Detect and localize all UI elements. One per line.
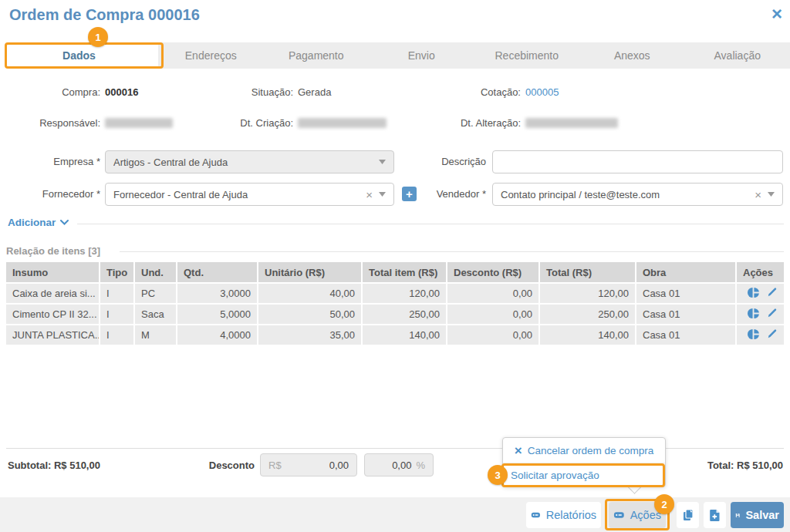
cell-tipo: I bbox=[100, 325, 135, 345]
edit-pencil-icon[interactable] bbox=[767, 287, 778, 300]
fornecedor-select-value: Fornecedor - Central de Ajuda bbox=[113, 189, 366, 200]
items-table: Insumo Tipo Und. Qtd. Unitário (R$) Tota… bbox=[6, 261, 784, 346]
menu-item-label: Solicitar aprovação bbox=[511, 470, 599, 481]
cancel-x-icon: × bbox=[515, 444, 522, 457]
menu-item-label: Cancelar ordem de compra bbox=[528, 445, 654, 456]
col-tipo: Tipo bbox=[100, 262, 135, 282]
tag-icon bbox=[531, 509, 541, 521]
tab-dados[interactable]: Dados bbox=[0, 42, 158, 69]
annotation-badge-step2: 2 bbox=[654, 494, 674, 514]
tab-envio[interactable]: Envio bbox=[369, 42, 474, 69]
cell-unitario: 40,00 bbox=[258, 284, 363, 303]
table-row: JUNTA PLASTICA... I M 4,0000 35,00 140,0… bbox=[6, 325, 784, 345]
desconto-percent-value: 0,00 bbox=[373, 460, 411, 471]
tag-icon bbox=[613, 509, 625, 521]
currency-prefix: R$ bbox=[268, 460, 282, 471]
apportionment-pie-icon[interactable] bbox=[748, 308, 759, 322]
add-supplier-button[interactable]: + bbox=[402, 187, 417, 201]
cell-insumo: Caixa de areia si... bbox=[6, 284, 100, 303]
empresa-select[interactable]: Artigos - Central de Ajuda bbox=[105, 150, 394, 173]
col-desconto: Desconto (R$) bbox=[447, 262, 540, 282]
cell-desconto: 0,00 bbox=[447, 284, 540, 303]
col-insumo: Insumo bbox=[6, 262, 100, 282]
close-icon[interactable]: × bbox=[771, 5, 782, 23]
menu-item-solicitar-aprovacao[interactable]: Solicitar aprovação bbox=[503, 463, 665, 487]
relatorios-button[interactable]: Relatórios bbox=[526, 502, 601, 528]
tab-anexos[interactable]: Anexos bbox=[579, 42, 685, 69]
dt-alteracao-value-redacted bbox=[525, 118, 618, 128]
actions-popup-menu: × Cancelar ordem de compra Solicitar apr… bbox=[502, 437, 666, 487]
apportionment-pie-icon[interactable] bbox=[748, 287, 759, 301]
desconto-label: Desconto bbox=[177, 460, 255, 471]
desconto-value: 0,00 bbox=[282, 460, 349, 471]
edit-pencil-icon[interactable] bbox=[767, 308, 778, 321]
cell-und: M bbox=[135, 325, 177, 345]
tab-enderecos[interactable]: Endereços bbox=[158, 42, 264, 69]
relatorios-label: Relatórios bbox=[546, 509, 596, 521]
empresa-select-value: Artigos - Central de Ajuda bbox=[113, 157, 379, 168]
cell-und: PC bbox=[135, 284, 177, 303]
tab-pagamento[interactable]: Pagamento bbox=[264, 42, 370, 69]
table-row: Cimento CP II 32... I Saca 5,0000 50,00 … bbox=[6, 305, 784, 324]
compra-value: 000016 bbox=[105, 86, 138, 98]
chevron-down-icon bbox=[379, 160, 386, 164]
subtotal-label: Subtotal: bbox=[8, 460, 51, 471]
edit-pencil-icon[interactable] bbox=[767, 328, 778, 342]
cell-total: 120,00 bbox=[540, 284, 636, 303]
divider bbox=[120, 251, 784, 252]
total: Total: R$ 510,00 bbox=[707, 460, 783, 471]
menu-item-cancelar-ordem[interactable]: × Cancelar ordem de compra bbox=[503, 438, 665, 463]
clear-icon[interactable]: × bbox=[755, 188, 761, 201]
divider bbox=[6, 448, 784, 449]
descricao-label: Descrição bbox=[420, 156, 486, 167]
copy-icon bbox=[682, 509, 694, 521]
cotacao-link[interactable]: 000005 bbox=[525, 86, 559, 98]
cell-obra: Casa 01 bbox=[636, 305, 737, 324]
tab-avaliacao[interactable]: Avaliação bbox=[685, 42, 790, 69]
salvar-button[interactable]: Salvar bbox=[731, 502, 784, 528]
percent-suffix: % bbox=[416, 460, 425, 471]
chevron-down-icon bbox=[379, 192, 386, 197]
cell-qtd: 4,0000 bbox=[177, 325, 258, 345]
cell-total: 140,00 bbox=[540, 325, 636, 345]
cell-total-item: 120,00 bbox=[363, 284, 447, 303]
dt-criacao-value-redacted bbox=[298, 118, 387, 128]
table-row: Caixa de areia si... I PC 3,0000 40,00 1… bbox=[6, 284, 784, 303]
file-plus-icon bbox=[709, 509, 721, 521]
cell-obra: Casa 01 bbox=[636, 284, 737, 303]
col-total: Total (R$) bbox=[540, 262, 636, 282]
fornecedor-select[interactable]: Fornecedor - Central de Ajuda × bbox=[105, 183, 394, 206]
adicionar-label: Adicionar bbox=[8, 217, 56, 228]
adicionar-toggle[interactable]: Adicionar bbox=[8, 217, 69, 228]
salvar-label: Salvar bbox=[745, 509, 779, 521]
col-qtd: Qtd. bbox=[177, 262, 258, 282]
copy-button[interactable] bbox=[677, 502, 699, 528]
clear-icon[interactable]: × bbox=[366, 188, 373, 201]
vendedor-select[interactable]: Contato principal / teste@teste.com × bbox=[492, 183, 783, 206]
subtotal-value: R$ 510,00 bbox=[54, 460, 100, 471]
vendedor-label: Vendedor * bbox=[420, 188, 486, 200]
items-section-title: Relação de itens [3] bbox=[6, 245, 100, 257]
apportionment-pie-icon[interactable] bbox=[748, 328, 759, 342]
desconto-currency-input[interactable]: R$ 0,00 bbox=[260, 453, 357, 476]
dt-criacao-label: Dt. Criação: bbox=[193, 117, 293, 129]
tab-bar: Dados Endereços Pagamento Envio Recebime… bbox=[0, 42, 790, 69]
col-unitario: Unitário (R$) bbox=[258, 262, 363, 282]
cell-unitario: 35,00 bbox=[258, 325, 363, 345]
dt-alteracao-label: Dt. Alteração: bbox=[420, 117, 521, 129]
cell-tipo: I bbox=[100, 305, 135, 324]
divider bbox=[77, 224, 784, 224]
chevron-down-icon bbox=[768, 192, 775, 197]
cotacao-label: Cotação: bbox=[420, 86, 521, 98]
compra-label: Compra: bbox=[0, 86, 100, 98]
cell-tipo: I bbox=[100, 284, 135, 303]
descricao-input[interactable] bbox=[492, 150, 783, 173]
new-document-button[interactable] bbox=[704, 502, 726, 528]
total-label: Total: bbox=[707, 460, 734, 471]
empresa-label: Empresa * bbox=[0, 156, 100, 167]
cell-qtd: 3,0000 bbox=[177, 284, 258, 303]
chevron-down-icon bbox=[60, 220, 69, 225]
tab-recebimento[interactable]: Recebimento bbox=[474, 42, 580, 69]
desconto-percent-input[interactable]: 0,00 % bbox=[364, 453, 434, 476]
subtotal: Subtotal: R$ 510,00 bbox=[8, 460, 100, 471]
